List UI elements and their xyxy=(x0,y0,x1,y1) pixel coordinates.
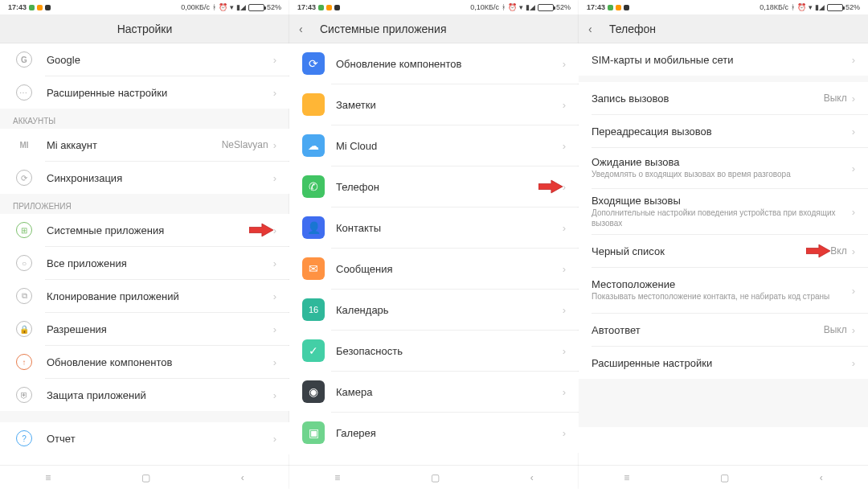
mi-icon: MI xyxy=(16,137,32,153)
bluetooth-icon: ᚼ xyxy=(502,3,506,11)
status-bar: 17:43 0,10КБ/с ᚼ ⏰ ▾ ▮◢ 52% xyxy=(289,0,579,14)
battery-icon xyxy=(827,4,843,11)
clone-icon: ⧉ xyxy=(16,288,32,304)
back-button[interactable]: ‹ xyxy=(299,23,312,35)
row-label: Камера xyxy=(336,386,563,398)
row-advanced-settings[interactable]: ⋯ Расширенные настройки › xyxy=(0,76,289,109)
chevron-right-icon: › xyxy=(852,206,855,218)
notes-app-icon xyxy=(302,93,325,116)
notif-chip-icon xyxy=(624,5,629,10)
row-sim-networks[interactable]: SIM-карты и мобильные сети › xyxy=(579,43,868,76)
row-label: SIM-карты и мобильные сети xyxy=(592,54,852,66)
row-clone-apps[interactable]: ⧉ Клонирование приложений › xyxy=(0,280,289,312)
row-sub: Показывать местоположение контакта, не н… xyxy=(592,292,852,302)
battery-icon xyxy=(248,4,264,11)
bluetooth-icon: ᚼ xyxy=(212,3,216,11)
row-incoming-calls[interactable]: Входящие вызовы Дополнительные настройки… xyxy=(579,189,868,234)
content-scroll[interactable]: ⟳ Обновление компонентов › Заметки › ☁ M… xyxy=(289,43,579,465)
content-scroll[interactable]: SIM-карты и мобильные сети › Запись вызо… xyxy=(579,43,868,465)
row-label: Местоположение xyxy=(592,278,852,290)
row-auto-answer[interactable]: Автоответ Выкл › xyxy=(579,314,868,346)
row-permissions[interactable]: 🔒 Разрешения › xyxy=(0,313,289,345)
row-blacklist[interactable]: Черный список Вкл › xyxy=(579,235,868,267)
row-value: Вкл xyxy=(830,245,846,257)
camera-app-icon: ◉ xyxy=(302,380,325,403)
signal-icon: ▮◢ xyxy=(236,3,246,11)
nav-back-icon[interactable]: ‹ xyxy=(820,472,823,483)
row-report[interactable]: ? Отчет › xyxy=(0,422,289,454)
row-phone[interactable]: ✆ Телефон › xyxy=(289,166,579,207)
chevron-right-icon: › xyxy=(273,433,276,445)
nav-recent-icon[interactable]: ≡ xyxy=(334,472,340,483)
clock: 17:43 xyxy=(8,3,27,11)
row-label: Все приложения xyxy=(47,257,273,269)
nav-recent-icon[interactable]: ≡ xyxy=(45,472,51,483)
chevron-right-icon: › xyxy=(563,58,566,70)
row-gallery[interactable]: ▣ Галерея › xyxy=(289,413,579,453)
chevron-right-icon: › xyxy=(273,139,276,151)
row-value: Выкл xyxy=(824,92,847,104)
nav-back-icon[interactable]: ‹ xyxy=(241,472,244,483)
row-app-protection[interactable]: ⛨ Защита приложений › xyxy=(0,379,289,411)
alarm-icon: ⏰ xyxy=(219,3,227,11)
row-label: Черный список xyxy=(592,245,803,257)
row-security[interactable]: ✓ Безопасность › xyxy=(289,331,579,371)
clock: 17:43 xyxy=(587,3,605,11)
sync-icon: ⟳ xyxy=(16,170,32,186)
row-call-waiting[interactable]: Ожидание вызова Уведомлять о входящих вы… xyxy=(579,148,868,188)
row-label: Ожидание вызова xyxy=(592,156,852,168)
chevron-right-icon: › xyxy=(852,285,855,297)
chevron-right-icon: › xyxy=(852,125,855,138)
row-sync[interactable]: ⟳ Синхронизация › xyxy=(0,162,289,194)
back-button[interactable]: ‹ xyxy=(588,23,601,35)
update-icon: ↑ xyxy=(16,354,32,370)
row-google[interactable]: G Google › xyxy=(0,43,289,76)
row-notes[interactable]: Заметки › xyxy=(289,84,579,125)
page-title: Настройки xyxy=(117,23,173,35)
row-advanced[interactable]: Расширенные настройки › xyxy=(579,347,868,379)
wifi-icon: ▾ xyxy=(230,3,234,11)
row-call-forwarding[interactable]: Переадресация вызовов › xyxy=(579,115,868,147)
content-scroll[interactable]: G Google › ⋯ Расширенные настройки › АКК… xyxy=(0,43,289,465)
chevron-right-icon: › xyxy=(563,140,566,152)
row-mi-cloud[interactable]: ☁ Mi Cloud › xyxy=(289,125,579,166)
chevron-right-icon: › xyxy=(563,345,566,357)
row-label: Обновление компонентов xyxy=(47,356,273,368)
row-sub: Дополнительные настройки поведения устро… xyxy=(592,208,852,228)
data-rate: 0,10КБ/с xyxy=(470,3,499,11)
row-location[interactable]: Местоположение Показывать местоположение… xyxy=(579,268,868,313)
contacts-app-icon: 👤 xyxy=(302,216,325,239)
row-calendar[interactable]: 16 Календарь › xyxy=(289,290,579,330)
wifi-icon: ▾ xyxy=(519,3,523,11)
row-all-apps[interactable]: ○ Все приложения › xyxy=(0,247,289,279)
row-label: Контакты xyxy=(336,222,563,234)
chevron-right-icon: › xyxy=(563,263,566,275)
alarm-icon: ⏰ xyxy=(797,3,806,11)
row-messages[interactable]: ✉ Сообщения › xyxy=(289,249,579,289)
row-mi-account[interactable]: MI Mi аккаунт NeSlavyan › xyxy=(0,129,289,161)
row-label: Mi Cloud xyxy=(336,140,563,152)
notif-chip-icon xyxy=(608,5,613,10)
row-system-apps[interactable]: ⊞ Системные приложения › xyxy=(0,214,289,246)
circle-icon: ○ xyxy=(16,255,32,271)
row-call-recording[interactable]: Запись вызовов Выкл › xyxy=(579,82,868,114)
nav-home-icon[interactable]: ▢ xyxy=(141,472,150,483)
clock: 17:43 xyxy=(297,3,316,11)
row-component-updates[interactable]: ⟳ Обновление компонентов › xyxy=(289,43,579,84)
nav-home-icon[interactable]: ▢ xyxy=(431,472,440,483)
chevron-right-icon: › xyxy=(852,357,855,369)
header: ‹ Телефон xyxy=(579,14,868,43)
row-camera[interactable]: ◉ Камера › xyxy=(289,372,579,412)
grid-icon: ⊞ xyxy=(16,222,32,238)
row-label: Расширенные настройки xyxy=(592,357,852,369)
row-label: Безопасность xyxy=(336,345,563,357)
row-value: NeSlavyan xyxy=(222,139,268,150)
row-contacts[interactable]: 👤 Контакты › xyxy=(289,208,579,248)
nav-home-icon[interactable]: ▢ xyxy=(720,472,729,483)
data-rate: 0,00КБ/с xyxy=(181,3,210,11)
chevron-right-icon: › xyxy=(273,54,276,66)
chevron-right-icon: › xyxy=(273,356,276,368)
row-component-updates[interactable]: ↑ Обновление компонентов › xyxy=(0,346,289,378)
nav-back-icon[interactable]: ‹ xyxy=(530,472,534,483)
nav-recent-icon[interactable]: ≡ xyxy=(624,472,629,483)
